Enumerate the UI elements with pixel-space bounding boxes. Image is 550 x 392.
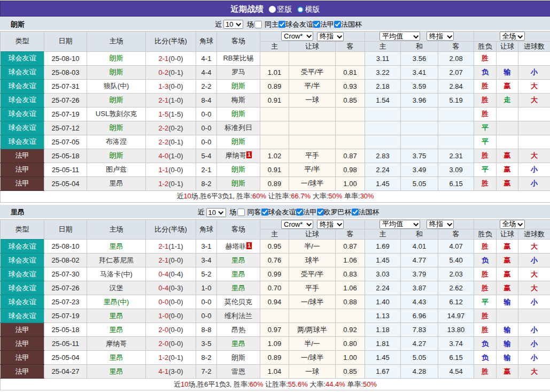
dropdown-value: 10 bbox=[208, 209, 216, 217]
col-header: 比分(半场) bbox=[146, 219, 196, 240]
league-filter[interactable]: 球会友谊 bbox=[278, 20, 313, 29]
checkbox-checked-icon[interactable] bbox=[352, 209, 359, 216]
corners: 5-2 bbox=[196, 267, 217, 281]
layout-radio-vertical[interactable]: 竖版 bbox=[269, 5, 292, 14]
dropdown-终指[interactable]: 终指 bbox=[317, 220, 344, 229]
dropdown-平均值[interactable]: 平均值 bbox=[379, 32, 420, 41]
home-team-name: 里昂 bbox=[110, 326, 123, 334]
corners: 7-2 bbox=[196, 365, 217, 379]
chevron-down-icon bbox=[236, 21, 241, 26]
away-team-name: 朗斯 bbox=[231, 137, 245, 145]
league-filter[interactable]: 球会友谊 bbox=[261, 207, 296, 217]
checkbox-checked-icon[interactable] bbox=[278, 21, 285, 28]
crow-away: 0.85 bbox=[336, 93, 365, 107]
result-handicap-value: 走 bbox=[504, 96, 511, 104]
dropdown-终指[interactable]: 终指 bbox=[427, 220, 454, 229]
result-goals-value: 小 bbox=[531, 326, 538, 334]
home-team: 里昂 bbox=[87, 240, 146, 253]
half-score: (0-1) bbox=[168, 68, 183, 76]
checkbox-unchecked-icon[interactable] bbox=[237, 209, 245, 216]
full-score: 4-0 bbox=[158, 152, 168, 160]
home-team: USL敦刻尔克 bbox=[87, 107, 146, 121]
summary-segment: 场,胜6平3负1, 胜率: bbox=[191, 192, 252, 200]
avg-draw: 3.96 bbox=[401, 93, 438, 107]
corners: 0-0 bbox=[196, 309, 217, 323]
avg-home bbox=[365, 135, 401, 149]
page-header: 近期战绩 竖版 横版 bbox=[0, 1, 550, 17]
match-date: 25-07-19 bbox=[44, 107, 87, 121]
dropdown-平均值[interactable]: 平均值 bbox=[379, 220, 420, 229]
same-venue-label: 同主 bbox=[265, 20, 278, 29]
checkbox-checked-icon[interactable] bbox=[334, 21, 341, 28]
team-section: 里昂近10场同客球会友谊法甲欧罗巴杯法国杯类型日期主场比分(半场)角球客场Cro… bbox=[0, 205, 550, 391]
dropdown-10[interactable]: 10 bbox=[223, 20, 243, 29]
avg-away: 2.62 bbox=[438, 281, 474, 295]
checkbox-checked-icon[interactable] bbox=[317, 209, 324, 216]
corners: 3-4 bbox=[196, 253, 217, 267]
crow-home: 0.91 bbox=[260, 93, 289, 107]
away-team-name: 昂热 bbox=[231, 326, 245, 334]
away-team: 莫伦贝克 bbox=[217, 295, 260, 309]
result-handicap bbox=[497, 51, 518, 65]
league-filter[interactable]: 法国杯 bbox=[352, 207, 379, 217]
avg-home: 1.67 bbox=[365, 365, 401, 379]
avg-draw: 5.05 bbox=[401, 176, 438, 190]
home-team: 朗斯 bbox=[87, 65, 146, 79]
result-goals: 大 bbox=[518, 281, 550, 295]
half-score: (1-1) bbox=[168, 242, 183, 250]
result-goals bbox=[518, 51, 550, 65]
checkbox-checked-icon[interactable] bbox=[261, 209, 268, 216]
layout-radio-horizontal[interactable]: 横版 bbox=[297, 5, 320, 14]
radio-horizontal-icon[interactable] bbox=[297, 6, 304, 13]
crow-home bbox=[260, 309, 289, 323]
checkbox-unchecked-icon[interactable] bbox=[254, 21, 262, 28]
league-filter[interactable]: 法甲 bbox=[296, 207, 317, 217]
checkbox-checked-icon[interactable] bbox=[296, 209, 303, 216]
result-goals: 小 bbox=[518, 323, 550, 337]
match-date: 25-08-02 bbox=[44, 253, 87, 267]
match-row: 球会友谊25-08-02拜仁慕尼黑2-1(0-0)3-4里昂0.76球半1.06… bbox=[1, 253, 550, 267]
corners: 3-5 bbox=[196, 337, 217, 351]
score: 1-5(1-5) bbox=[146, 107, 196, 121]
result-goals bbox=[518, 121, 550, 135]
avg-home: 1.40 bbox=[365, 295, 401, 309]
result-handicap: 赢 bbox=[497, 79, 518, 93]
result-handicap: 输 bbox=[497, 337, 518, 351]
home-team: 朗斯 bbox=[87, 51, 146, 65]
checkbox-checked-icon[interactable] bbox=[313, 21, 320, 28]
score: 2-1(1-1) bbox=[146, 240, 196, 253]
dropdown-Crow*[interactable]: Crow* bbox=[281, 220, 313, 229]
dropdown-Crow*[interactable]: Crow* bbox=[281, 32, 313, 41]
avg-draw: 4.27 bbox=[401, 337, 438, 351]
avg-draw: 3.87 bbox=[401, 281, 438, 295]
dropdown-全场[interactable]: 全场 bbox=[500, 220, 525, 229]
avg-away: 4.07 bbox=[438, 240, 474, 253]
avg-draw: 7.83 bbox=[401, 323, 438, 337]
home-team-name: 朗斯 bbox=[110, 124, 123, 132]
result-handicap: 赢 bbox=[497, 240, 518, 253]
score: 0-4(0-3) bbox=[146, 281, 196, 295]
dropdown-全场[interactable]: 全场 bbox=[500, 32, 525, 41]
match-type: 球会友谊 bbox=[1, 93, 44, 107]
dropdown-终指[interactable]: 终指 bbox=[427, 32, 454, 41]
dropdown-10[interactable]: 10 bbox=[206, 208, 226, 217]
avg-away: 2.03 bbox=[438, 267, 474, 281]
league-filter[interactable]: 法国杯 bbox=[334, 20, 362, 29]
league-filter[interactable]: 法甲 bbox=[313, 20, 334, 29]
away-team: 朗斯 bbox=[217, 351, 260, 365]
match-row: 球会友谊25-08-03朗斯0-2(0-1)4-4罗马1.01受平/半0.813… bbox=[1, 65, 550, 79]
crow-home: 0.76 bbox=[260, 253, 289, 267]
avg-home: 2.24 bbox=[365, 163, 401, 176]
header-group: Crow*终指 bbox=[260, 32, 365, 42]
dropdown-终指[interactable]: 终指 bbox=[317, 32, 344, 41]
avg-away: 6.15 bbox=[438, 351, 474, 365]
crow-home: 0.91 bbox=[260, 163, 289, 176]
result-wdl: 胜 bbox=[474, 281, 497, 295]
avg-draw bbox=[401, 121, 438, 135]
league-filter[interactable]: 欧罗巴杯 bbox=[317, 207, 352, 217]
league-filter-label: 球会友谊 bbox=[268, 208, 296, 216]
away-team-name: 朗斯 bbox=[231, 165, 245, 173]
crow-home: 1.01 bbox=[260, 65, 289, 79]
home-team-name: 布洛涅 bbox=[106, 137, 127, 145]
radio-vertical-icon[interactable] bbox=[269, 6, 276, 13]
